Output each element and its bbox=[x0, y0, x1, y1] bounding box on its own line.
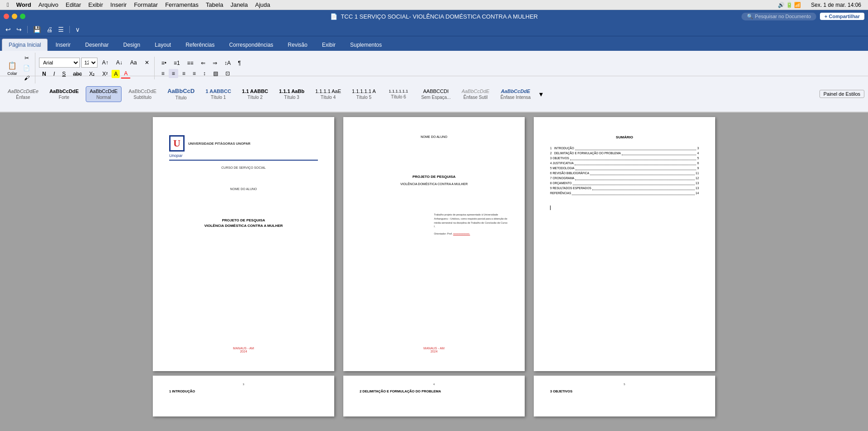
cut-button[interactable]: ✂ bbox=[20, 54, 33, 63]
style-subtitulo-preview: AaBbCcDdE bbox=[128, 88, 156, 94]
student-name-p1: NOME DO ALUNO bbox=[169, 187, 318, 191]
summary-item-2: 2 DELIMITAÇÃO E FORMULAÇÃO DO PROBLEMA 4 bbox=[550, 152, 699, 155]
increase-indent-button[interactable]: ⇒ bbox=[210, 59, 220, 68]
show-marks-button[interactable]: ¶ bbox=[235, 59, 244, 68]
underline-button[interactable]: S bbox=[59, 69, 69, 78]
italic-button[interactable]: I bbox=[50, 69, 58, 78]
print-button[interactable]: 🖨 bbox=[44, 25, 54, 34]
border-button[interactable]: ⊡ bbox=[222, 69, 233, 78]
summary-item-8: 8 ORÇAMENTO 13 bbox=[550, 181, 699, 185]
align-left-button[interactable]: ≡ bbox=[158, 69, 168, 78]
tab-pagina-inicial[interactable]: Página Inicial bbox=[2, 39, 48, 51]
style-titulo-label: Título bbox=[176, 95, 187, 100]
copy-button[interactable]: 📄 bbox=[20, 64, 33, 73]
menu-inserir[interactable]: Inserir bbox=[107, 0, 130, 9]
align-center-button[interactable]: ≡ bbox=[169, 69, 178, 78]
decrease-indent-button[interactable]: ⇐ bbox=[198, 59, 209, 68]
minimize-button[interactable] bbox=[12, 14, 17, 19]
close-button[interactable] bbox=[4, 14, 9, 19]
shading-button[interactable]: ▧ bbox=[210, 69, 221, 78]
menu-arquivo[interactable]: Arquivo bbox=[35, 0, 62, 9]
page-4-partial[interactable]: 3 1 INTRODUÇÃO bbox=[153, 376, 334, 416]
undo-button[interactable]: ↩ bbox=[4, 25, 13, 34]
style-normal[interactable]: AaBbCcDdE Normal bbox=[86, 86, 122, 102]
style-titulo4[interactable]: 1.1.1.1 AaE Título 4 bbox=[311, 86, 345, 102]
align-right-button[interactable]: ≡ bbox=[179, 69, 189, 78]
font-color-button[interactable]: A bbox=[121, 69, 131, 78]
bold-button[interactable]: N bbox=[39, 69, 49, 78]
menu-ajuda[interactable]: Ajuda bbox=[252, 0, 273, 9]
font-selector[interactable]: Arial bbox=[39, 58, 80, 68]
style-titulo5[interactable]: 1.1.1.1.1 A Título 5 bbox=[348, 86, 380, 102]
student-name-p2: NOME DO ALUNO bbox=[360, 135, 508, 138]
page-6-partial[interactable]: 5 3 OBJETIVOS bbox=[534, 376, 715, 416]
save-button[interactable]: 💾 bbox=[31, 25, 43, 34]
menu-tabela[interactable]: Tabela bbox=[203, 0, 226, 9]
style-enfase-intensa[interactable]: AaBbCcDdE Ênfase Intensa bbox=[496, 86, 535, 102]
maximize-button[interactable] bbox=[20, 14, 25, 19]
tab-layout[interactable]: Layout bbox=[148, 39, 178, 51]
multilevel-button[interactable]: ≡≡ bbox=[184, 59, 197, 68]
line-spacing-button[interactable]: ↕ bbox=[200, 69, 209, 78]
justify-button[interactable]: ≡ bbox=[190, 69, 199, 78]
search-bar[interactable]: 🔍 Pesquisar no Documento bbox=[741, 13, 817, 20]
tab-correspondencias[interactable]: Correspondências bbox=[222, 39, 280, 51]
style-enfase[interactable]: AaBbCcDdEe Ênfase bbox=[4, 86, 43, 102]
system-icons: 🔊 🔋 📶 bbox=[775, 1, 805, 9]
style-titulo[interactable]: AaBbCcD Título bbox=[163, 85, 199, 103]
style-titulo1[interactable]: 1 AABBCC Título 1 bbox=[201, 86, 235, 102]
style-titulo3[interactable]: 1.1.1 AaBb Título 3 bbox=[275, 86, 308, 102]
shrink-font-button[interactable]: A↓ bbox=[113, 58, 126, 67]
more-button[interactable]: ∨ bbox=[73, 25, 82, 34]
document-title: 📄 TCC 1 SERVIÇO SOCIAL- VIOLÊNCIA DOMÉST… bbox=[330, 13, 538, 20]
page-5-partial[interactable]: 4 2 DELIMITAÇÃO E FORMULAÇÃO DO PROBLEMA bbox=[343, 376, 525, 416]
tab-exibir[interactable]: Exibir bbox=[315, 39, 342, 51]
app-name[interactable]: Word bbox=[13, 0, 34, 9]
painel-estilos-button[interactable]: Painel de Estilos bbox=[819, 90, 864, 98]
page-number-3: 3 bbox=[169, 383, 318, 386]
style-enfase-sutil-preview: AaBbCcDdE bbox=[462, 88, 490, 94]
format-button[interactable]: ☰ bbox=[56, 25, 66, 34]
grow-font-button[interactable]: A↑ bbox=[99, 58, 112, 67]
toolbar-separator-2 bbox=[69, 26, 70, 33]
style-enfase-sutil[interactable]: AaBbCcDdE Ênfase Sutil bbox=[458, 86, 494, 102]
style-forte[interactable]: AaBbCcDdE Forte bbox=[45, 86, 83, 102]
tab-referencias[interactable]: Referências bbox=[179, 39, 221, 51]
apple-menu[interactable]:  bbox=[4, 0, 12, 9]
font-size-selector[interactable]: 12 bbox=[81, 58, 98, 68]
tab-design[interactable]: Design bbox=[117, 39, 147, 51]
clear-format-button[interactable]: ✕ bbox=[141, 58, 152, 67]
tab-suplementos[interactable]: Suplementos bbox=[343, 39, 389, 51]
style-bar: AaBbCcDdEe Ênfase AaBbCcDdE Forte AaBbCc… bbox=[0, 76, 868, 113]
strikethrough-button[interactable]: abc bbox=[70, 69, 85, 78]
highlight-button[interactable]: A bbox=[112, 70, 120, 78]
paste-button[interactable]: 📋 bbox=[5, 61, 19, 70]
change-case-button[interactable]: Aa bbox=[127, 58, 140, 67]
tab-desenhar[interactable]: Desenhar bbox=[78, 39, 116, 51]
styles-expand-button[interactable]: ▾ bbox=[539, 90, 543, 98]
redo-button[interactable]: ↪ bbox=[15, 25, 24, 34]
superscript-button[interactable]: X² bbox=[99, 69, 111, 78]
tab-inserir[interactable]: Inserir bbox=[49, 39, 77, 51]
page-1-cover[interactable]: U UNIVERSIDADE PITÁGORAS UNOPAR Unopar C… bbox=[153, 117, 334, 371]
page-2[interactable]: NOME DO ALUNO PROJETO DE PESQUISA VIOLÊN… bbox=[343, 117, 525, 371]
bullets-button[interactable]: ≡• bbox=[158, 59, 170, 68]
style-titulo-preview: AaBbCcD bbox=[167, 88, 195, 94]
style-titulo6[interactable]: 1.1.1.1.1.1 Título 6 bbox=[383, 87, 414, 102]
style-sem-espaco[interactable]: AABBCCDI Sem Espaça... bbox=[417, 86, 455, 102]
numbering-button[interactable]: ≡1 bbox=[171, 59, 183, 68]
format-painter-button[interactable]: 🖌 bbox=[20, 73, 33, 83]
menu-janela[interactable]: Janela bbox=[227, 0, 251, 9]
style-subtitulo[interactable]: AaBbCcDdE Subtítulo bbox=[124, 86, 161, 102]
style-titulo2[interactable]: 1.1 AABBC Título 2 bbox=[238, 86, 273, 102]
share-button[interactable]: + Compartilhar bbox=[820, 13, 864, 20]
menu-formatar[interactable]: Formatar bbox=[131, 0, 161, 9]
subscript-button[interactable]: X₂ bbox=[86, 69, 98, 78]
menu-editar[interactable]: Editar bbox=[63, 0, 84, 9]
page-3-summary[interactable]: SUMÁRIO 1 INTRODUÇÃO 3 2 DELIMITAÇÃO E F… bbox=[534, 117, 715, 371]
menu-exibir[interactable]: Exibir bbox=[85, 0, 107, 9]
tab-revisao[interactable]: Revisão bbox=[281, 39, 314, 51]
sort-button[interactable]: ↕A bbox=[221, 59, 234, 68]
page-intro-title: 1 INTRODUÇÃO bbox=[169, 389, 318, 393]
menu-ferramentas[interactable]: Ferramentas bbox=[162, 0, 202, 9]
